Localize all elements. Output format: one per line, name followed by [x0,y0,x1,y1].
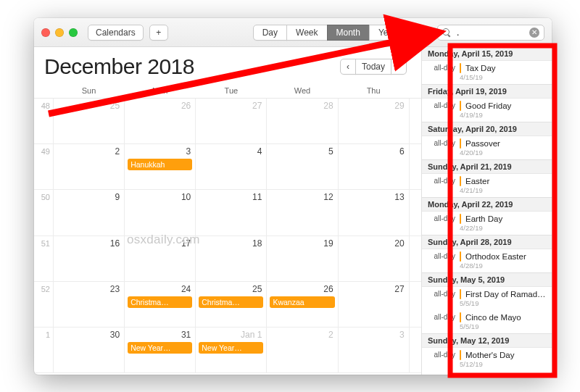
day-cell[interactable]: 30 [53,328,124,372]
view-month[interactable]: Month [327,25,370,41]
day-cell[interactable]: 10 [124,190,195,235]
day-number: 18 [252,238,262,249]
day-number: 27 [252,101,262,111]
result-row[interactable]: all-dayFirst Day of Ramadan [422,287,552,299]
day-number: 2 [328,330,334,340]
result-row[interactable]: all-dayEarth Day [422,212,552,224]
search-results-panel[interactable]: Monday, April 15, 2019all-dayTax Day4/15… [421,47,552,375]
day-number: 9 [115,192,120,202]
day-cell[interactable]: 9 [53,190,124,235]
calendars-button[interactable]: Calendars [88,25,144,41]
week-number: 48 [34,99,53,143]
day-cell[interactable]: Jan 1New Year… [195,328,266,372]
result-row[interactable]: all-dayTax Day [422,61,552,73]
result-date-header: Friday, April 19, 2019 [422,84,552,99]
day-cell[interactable]: 2 [53,144,124,189]
result-title: Earth Day [465,214,546,224]
result-row[interactable]: all-dayOrthodox Easter [422,249,552,262]
day-cell[interactable]: 25 [53,99,124,143]
result-time: all-day [428,251,455,262]
event-pill[interactable]: Kwanzaa [270,296,334,308]
calendar-color-bar [460,138,461,149]
day-cell[interactable]: 5 [266,144,337,189]
view-week[interactable]: Week [286,25,327,41]
day-number: 16 [110,238,120,249]
day-cell[interactable]: 20 [338,236,409,281]
next-month-button[interactable]: › [391,59,407,75]
result-subdate: 4/20/19 [422,149,552,159]
calendar-window: Calendars + Day Week Month Year ✕ Decemb… [34,18,552,375]
result-row[interactable]: all-dayEaster [422,174,552,186]
result-title: Easter [465,176,546,186]
day-cell[interactable]: 23 [53,282,124,327]
day-cell[interactable]: 29 [338,99,409,143]
day-cell[interactable]: 27 [195,99,266,143]
minimize-icon[interactable] [55,28,64,37]
add-button[interactable]: + [149,25,168,41]
result-date-header: Monday, April 15, 2019 [422,47,552,61]
event-pill[interactable]: New Year… [128,342,192,354]
calendar-color-bar [460,312,461,322]
day-number: 3 [186,146,191,157]
day-cell[interactable]: 4 [195,144,266,189]
day-cell[interactable]: 26Kwanzaa [266,282,337,327]
calendar-color-bar [460,350,461,360]
search-icon [442,28,451,37]
view-year[interactable]: Year [369,25,405,41]
day-number: 31 [181,330,191,340]
view-day[interactable]: Day [253,25,287,41]
day-cell[interactable]: 3Hanukkah [124,144,195,189]
day-cell[interactable]: 11 [195,190,266,235]
toolbar: Calendars + Day Week Month Year ✕ [34,18,552,47]
page-title: December 2018 [44,54,194,79]
day-number: Jan 1 [241,330,262,340]
day-number: 26 [323,284,333,294]
result-row[interactable]: all-dayMother's Day [422,348,552,360]
day-cell[interactable]: 16 [53,236,124,281]
result-row[interactable]: all-dayGood Friday [422,99,552,111]
day-number: 10 [181,192,191,202]
result-subdate: 4/22/19 [422,224,552,235]
day-number: 20 [394,238,404,249]
day-number: 27 [394,284,404,294]
day-number: 3 [399,330,405,340]
calendar-color-bar [460,101,461,111]
day-cell[interactable]: 25Christma… [195,282,266,327]
result-row[interactable]: all-dayCinco de Mayo [422,310,552,322]
day-cell[interactable]: 26 [124,99,195,143]
day-cell[interactable]: 3 [338,328,409,372]
day-cell[interactable]: 12 [266,190,337,235]
prev-month-button[interactable]: ‹ [340,59,356,75]
day-number: 28 [323,101,333,111]
day-number: 24 [181,284,191,294]
day-cell[interactable]: 6 [338,144,409,189]
day-cell[interactable]: 18 [195,236,266,281]
day-cell[interactable]: 31New Year… [124,328,195,372]
result-title: Orthodox Easter [465,251,546,262]
weekday-label: Mon [124,83,195,98]
view-segmented: Day Week Month Year [254,25,405,41]
clear-search-icon[interactable]: ✕ [529,28,539,38]
result-date-header: Saturday, April 20, 2019 [422,122,552,136]
close-icon[interactable] [41,28,50,37]
day-cell[interactable]: 19 [266,236,337,281]
day-number: 23 [110,284,120,294]
day-cell[interactable]: 13 [338,190,409,235]
event-pill[interactable]: Hanukkah [128,159,192,170]
week-number: 51 [34,236,53,281]
search-field[interactable]: ✕ [437,25,544,41]
event-pill[interactable]: New Year… [199,342,263,354]
search-input[interactable] [455,27,525,38]
day-cell[interactable]: 27 [338,282,409,327]
day-cell[interactable]: 24Christma… [124,282,195,327]
result-row[interactable]: all-dayPassover [422,136,552,149]
today-button[interactable]: Today [355,59,392,75]
event-pill[interactable]: Christma… [128,296,192,308]
day-cell[interactable]: 17 [124,236,195,281]
day-number: 5 [328,146,334,157]
zoom-icon[interactable] [69,28,78,37]
month-nav: ‹ Today › [341,59,407,75]
day-cell[interactable]: 28 [266,99,337,143]
event-pill[interactable]: Christma… [199,296,263,308]
day-cell[interactable]: 2 [266,328,337,372]
